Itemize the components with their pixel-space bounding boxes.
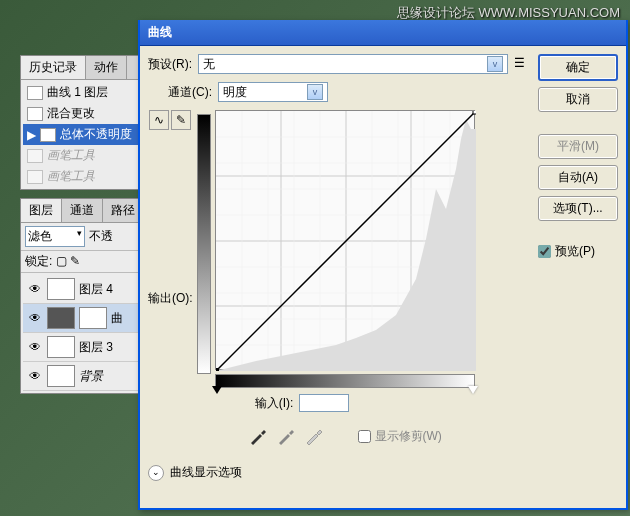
- input-value-field[interactable]: [299, 394, 349, 412]
- history-icon: [40, 128, 56, 142]
- options-button[interactable]: 选项(T)...: [538, 196, 618, 221]
- lock-transparent-icon[interactable]: ▢: [56, 254, 67, 268]
- layer-row[interactable]: 👁曲: [23, 304, 157, 333]
- layer-name: 背景: [79, 368, 103, 385]
- history-label: 曲线 1 图层: [47, 84, 108, 101]
- preset-menu-icon[interactable]: ☰: [514, 56, 530, 72]
- visibility-icon[interactable]: 👁: [27, 282, 43, 296]
- visibility-icon[interactable]: 👁: [27, 340, 43, 354]
- history-icon: [27, 86, 43, 100]
- preset-value: 无: [203, 56, 215, 73]
- opacity-label: 不透: [89, 228, 113, 245]
- history-item[interactable]: 画笔工具: [23, 166, 157, 187]
- show-clipping-checkbox[interactable]: 显示修剪(W): [358, 428, 442, 445]
- smooth-button: 平滑(M): [538, 134, 618, 159]
- dialog-title: 曲线: [140, 20, 626, 46]
- tab-layers[interactable]: 图层: [21, 199, 62, 222]
- channel-label: 通道(C):: [168, 84, 212, 101]
- layer-row[interactable]: 👁背景: [23, 362, 157, 391]
- preview-checkbox[interactable]: 预览(P): [538, 243, 618, 260]
- preset-select[interactable]: 无 v: [198, 54, 508, 74]
- marker-icon: ▶: [27, 128, 36, 142]
- output-label: 输出(O):: [148, 290, 193, 307]
- shadow-slider[interactable]: [212, 386, 222, 399]
- highlight-slider[interactable]: [468, 386, 478, 399]
- history-item[interactable]: ▶总体不透明度: [23, 124, 157, 145]
- input-label: 输入(I):: [255, 395, 294, 412]
- channel-value: 明度: [223, 84, 247, 101]
- cancel-button[interactable]: 取消: [538, 87, 618, 112]
- auto-button[interactable]: 自动(A): [538, 165, 618, 190]
- tab-history[interactable]: 历史记录: [21, 56, 86, 79]
- layer-row[interactable]: 👁图层 4: [23, 275, 157, 304]
- history-label: 画笔工具: [47, 147, 95, 164]
- display-options-row[interactable]: ⌄ 曲线显示选项: [148, 464, 530, 481]
- eyedropper-gray-icon[interactable]: [276, 426, 298, 446]
- channel-select[interactable]: 明度 v: [218, 82, 328, 102]
- curve-area: ∿ ✎ 输出(O):: [148, 110, 530, 446]
- history-icon: [27, 107, 43, 121]
- preset-row: 预设(R): 无 v ☰: [148, 54, 530, 74]
- visibility-icon[interactable]: 👁: [27, 311, 43, 325]
- input-gradient[interactable]: [215, 374, 475, 388]
- curve-graph[interactable]: [215, 110, 475, 370]
- history-item[interactable]: 画笔工具: [23, 145, 157, 166]
- svg-rect-23: [216, 368, 219, 371]
- dialog-buttons: 确定 取消 平滑(M) 自动(A) 选项(T)... 预览(P): [538, 54, 618, 481]
- eyedropper-black-icon[interactable]: [248, 426, 270, 446]
- display-options-label: 曲线显示选项: [170, 464, 242, 481]
- history-item[interactable]: 混合更改: [23, 103, 157, 124]
- history-label: 总体不透明度: [60, 126, 132, 143]
- layer-thumb: [47, 336, 75, 358]
- visibility-icon[interactable]: 👁: [27, 369, 43, 383]
- layer-name: 图层 3: [79, 339, 113, 356]
- eyedropper-white-icon[interactable]: [304, 426, 326, 446]
- history-label: 画笔工具: [47, 168, 95, 185]
- curves-dialog: 曲线 预设(R): 无 v ☰ 通道(C): 明度 v: [138, 20, 628, 510]
- curve-tool-icon[interactable]: ∿: [149, 110, 169, 130]
- blend-mode-select[interactable]: 滤色▾: [25, 226, 85, 247]
- channel-row: 通道(C): 明度 v: [168, 82, 530, 102]
- mask-thumb: [79, 307, 107, 329]
- layer-row[interactable]: 👁图层 3: [23, 333, 157, 362]
- layer-name: 曲: [111, 310, 123, 327]
- chevron-down-icon: v: [487, 56, 503, 72]
- brush-icon: [27, 170, 43, 184]
- lock-label: 锁定:: [25, 254, 52, 268]
- output-gradient: [197, 114, 211, 374]
- ok-button[interactable]: 确定: [538, 54, 618, 81]
- brush-icon: [27, 149, 43, 163]
- adjustment-icon: [47, 307, 75, 329]
- pencil-tool-icon[interactable]: ✎: [171, 110, 191, 130]
- preset-label: 预设(R):: [148, 56, 192, 73]
- layer-thumb: [47, 278, 75, 300]
- layer-thumb: [47, 365, 75, 387]
- svg-rect-24: [473, 111, 476, 114]
- tab-channels[interactable]: 通道: [62, 199, 103, 222]
- lock-pixels-icon[interactable]: ✎: [70, 254, 80, 268]
- history-item[interactable]: 曲线 1 图层: [23, 82, 157, 103]
- expand-icon[interactable]: ⌄: [148, 465, 164, 481]
- chevron-down-icon: v: [307, 84, 323, 100]
- layer-name: 图层 4: [79, 281, 113, 298]
- tab-actions[interactable]: 动作: [86, 56, 127, 79]
- history-label: 混合更改: [47, 105, 95, 122]
